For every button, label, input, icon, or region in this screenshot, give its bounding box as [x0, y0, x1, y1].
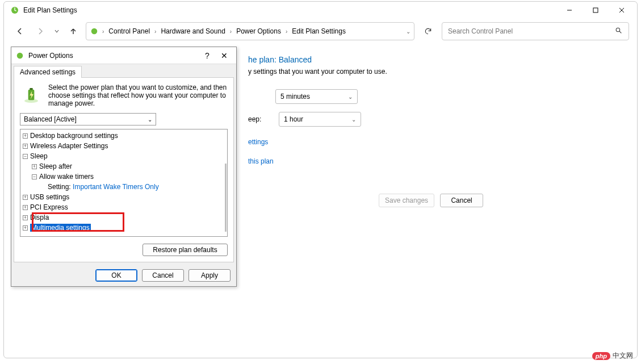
battery-icon [20, 83, 43, 106]
tree-item-pci[interactable]: +PCI Express [22, 202, 226, 212]
tree-item-multimedia[interactable]: +Multimedia settings [22, 223, 226, 233]
tree-item-desktop-bg[interactable]: +Desktop background settings [22, 131, 226, 141]
tab-strip: Advanced settings [11, 64, 236, 77]
chevron-right-icon: › [102, 28, 104, 35]
dialog-body: Select the power plan that you want to c… [14, 77, 234, 262]
tree-item-display[interactable]: +Displa [22, 212, 226, 223]
svg-line-7 [619, 31, 621, 33]
dialog-icon [15, 51, 25, 61]
dialog-close-button[interactable]: ✕ [216, 51, 233, 60]
search-icon[interactable] [613, 27, 624, 36]
help-button[interactable]: ? [199, 51, 216, 60]
watermark-text: 中文网 [613, 351, 633, 361]
ok-button[interactable]: OK [95, 269, 137, 282]
dialog-description: Select the power plan that you want to c… [48, 83, 228, 107]
svg-rect-2 [593, 8, 598, 12]
dialog-cancel-button[interactable]: Cancel [142, 269, 184, 282]
address-icon [90, 27, 99, 36]
expand-icon[interactable]: + [23, 225, 28, 231]
breadcrumb-edit-plan[interactable]: Edit Plan Settings [291, 27, 347, 35]
save-button[interactable]: Save changes [379, 194, 434, 207]
tree-item-sleep-after[interactable]: +Sleep after [31, 161, 226, 171]
display-timeout-select[interactable]: 5 minutes ⌄ [275, 89, 358, 104]
restore-defaults-button[interactable]: Restore plan defaults [143, 244, 228, 256]
maximize-button[interactable] [583, 2, 609, 19]
minimize-button[interactable] [556, 2, 583, 19]
tree-item-wireless[interactable]: +Wireless Adapter Settings [22, 141, 226, 151]
tree-item-sleep[interactable]: −Sleep [22, 151, 226, 161]
expand-icon[interactable]: + [23, 133, 28, 139]
tree-item-usb[interactable]: +USB settings [22, 192, 226, 202]
svg-point-6 [616, 28, 620, 32]
tab-advanced[interactable]: Advanced settings [14, 66, 82, 78]
up-button[interactable] [65, 23, 81, 39]
dialog-titlebar: Power Options ? ✕ [11, 47, 236, 64]
chevron-right-icon: › [154, 28, 156, 35]
tree-item-wake-timers[interactable]: −Allow wake timers [31, 171, 226, 182]
tree-item-wake-timer-setting[interactable]: Setting: Important Wake Timers Only [40, 182, 226, 192]
expand-icon[interactable]: + [23, 195, 28, 200]
chevron-right-icon: › [230, 28, 232, 35]
page-subtext: y settings that you want your computer t… [248, 68, 620, 76]
watermark-pill: php [592, 352, 610, 360]
chevron-down-icon: ⌄ [351, 116, 356, 123]
titlebar: Edit Plan Settings [4, 2, 637, 19]
power-options-dialog: Power Options ? ✕ Advanced settings Sele… [11, 47, 237, 287]
expand-icon[interactable]: + [32, 164, 37, 169]
page-heading: he plan: Balanced [248, 55, 620, 64]
window-title: Edit Plan Settings [23, 6, 77, 14]
dialog-title: Power Options [28, 52, 199, 60]
dialog-button-row: OK Cancel Apply [11, 265, 236, 286]
sleep-timeout-value: 1 hour [284, 115, 303, 123]
back-button[interactable] [12, 23, 28, 39]
page-button-row: Save changes Cancel [379, 194, 637, 207]
address-expand-icon[interactable]: ⌄ [406, 28, 410, 35]
collapse-icon[interactable]: − [23, 154, 28, 159]
close-button[interactable] [609, 2, 635, 19]
nav-row: › Control Panel › Hardware and Sound › P… [4, 19, 637, 44]
cancel-button[interactable]: Cancel [440, 194, 483, 207]
display-timeout-value: 5 minutes [280, 93, 310, 101]
address-bar[interactable]: › Control Panel › Hardware and Sound › P… [86, 22, 414, 40]
search-input[interactable] [447, 27, 613, 36]
svg-rect-11 [30, 88, 32, 90]
plan-selected-value: Balanced [Active] [24, 115, 77, 123]
breadcrumb-power[interactable]: Power Options [235, 27, 282, 35]
apply-button[interactable]: Apply [188, 269, 231, 282]
chevron-down-icon: ⌄ [148, 116, 152, 123]
plan-select[interactable]: Balanced [Active] ⌄ [20, 113, 156, 125]
chevron-down-icon: ⌄ [348, 94, 353, 100]
forward-button[interactable] [32, 23, 48, 39]
svg-point-5 [91, 28, 98, 35]
wake-timer-value[interactable]: Important Wake Timers Only [73, 183, 159, 191]
expand-icon[interactable]: + [23, 205, 28, 210]
chevron-right-icon: › [286, 28, 287, 35]
breadcrumb-hardware[interactable]: Hardware and Sound [160, 27, 226, 35]
page-content: he plan: Balanced y settings that you wa… [231, 44, 637, 177]
refresh-button[interactable] [419, 22, 437, 40]
sleep-label: eep: [248, 115, 259, 123]
watermark: php 中文网 [592, 351, 633, 361]
settings-tree[interactable]: +Desktop background settings +Wireless A… [20, 129, 228, 237]
collapse-icon[interactable]: − [32, 174, 37, 179]
search-box[interactable] [442, 22, 629, 40]
restore-link[interactable]: this plan [248, 157, 620, 165]
sleep-timeout-select[interactable]: 1 hour ⌄ [279, 112, 361, 127]
advanced-link[interactable]: ettings [248, 138, 620, 146]
recent-dropdown[interactable] [53, 23, 61, 39]
tree-scrollbar[interactable] [225, 164, 227, 232]
expand-icon[interactable]: + [23, 215, 28, 220]
svg-point-8 [17, 52, 23, 58]
breadcrumb-control-panel[interactable]: Control Panel [107, 27, 151, 35]
app-icon [10, 5, 20, 15]
expand-icon[interactable]: + [23, 144, 28, 149]
